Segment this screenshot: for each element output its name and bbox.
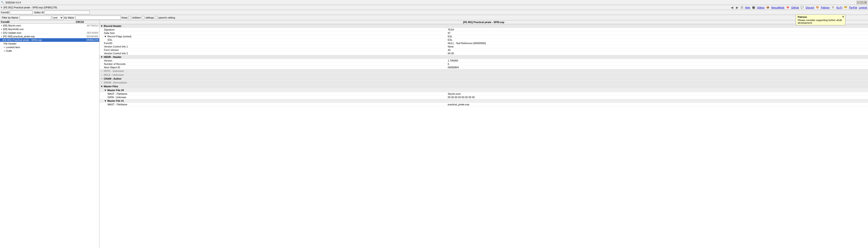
tree-item-practical-pirate-esp[interactable]: + [FE 000] practical_pirate.esp 36D0B4B8	[0, 35, 99, 38]
field-name-form-version: Form Version	[99, 49, 447, 52]
patreon-tooltip-close[interactable]: ✕	[842, 15, 844, 18]
filter-children-group: children	[128, 16, 141, 19]
expand-icon-leveled-item[interactable]: +	[4, 46, 5, 49]
crc-skyrim-esm: AF759910	[87, 24, 98, 27]
collapse-master-files[interactable]: ▼	[100, 85, 103, 88]
tree-item-spid-esp[interactable]: - [FE 001] Practical pirate - SPID.esp D…	[0, 38, 99, 42]
field-formid: FormID NULL - Null Reference [00000000]	[99, 41, 868, 45]
discord-link[interactable]: Discord	[806, 6, 814, 9]
expand-icon-update-esm[interactable]: +	[1, 32, 2, 34]
github-link[interactable]: GitHub	[791, 6, 799, 9]
tree-item-outfit[interactable]: + Outfit	[0, 49, 99, 53]
tree-item-file-header[interactable]: File Header	[0, 42, 99, 45]
maximize-button[interactable]: □	[860, 1, 864, 4]
field-value-esl: ESL	[447, 38, 868, 41]
filter-parents-sibling-group: parent's sibling	[155, 16, 175, 19]
field-value-version: 1.700000	[447, 59, 868, 62]
section-dele: – DELE - Unknown	[99, 73, 868, 77]
form-bar: FormID Editor ID	[0, 10, 868, 15]
tree-item-leveled-item[interactable]: + Leveled Item	[0, 45, 99, 49]
filter-name-input[interactable]	[20, 16, 51, 20]
expand-icon-spid-esp[interactable]: -	[1, 39, 2, 41]
field-name-version: Version	[99, 59, 447, 62]
collapse-record-flags[interactable]: ▼	[104, 35, 107, 38]
formid-label: FormID	[1, 11, 9, 14]
filter-value-input[interactable]	[75, 16, 121, 20]
kofi-link[interactable]: Ko-Fi	[836, 6, 842, 9]
collapse-ofst[interactable]: –	[100, 70, 103, 72]
filter-children-checkbox[interactable]	[128, 16, 131, 19]
by-value-label: by Value:	[64, 16, 74, 19]
minimize-button[interactable]: ─	[857, 1, 860, 4]
nav-next-button[interactable]: ▶	[736, 6, 739, 9]
collapse-hedr[interactable]: ▼	[100, 56, 103, 58]
nav-prev-button[interactable]: ◀	[730, 6, 734, 9]
section-cnam: – CNAM - Author	[99, 77, 868, 81]
filter-bar: Filter by Name: and or by Value: Keep ch…	[0, 15, 868, 20]
collapse-master-file-1[interactable]: ▼	[104, 99, 107, 102]
record-table: ▼ Record Header Signature TES4 Data Size…	[99, 24, 868, 106]
title-bar-controls: ─ □ ✕	[857, 1, 867, 4]
filter-operator-select[interactable]: and or	[52, 16, 64, 20]
section-label-hedr: HEDR - Header	[104, 56, 121, 58]
tree-label-outfit: Outfit	[6, 50, 12, 52]
section-ofst: – OFST - Unknown	[99, 69, 868, 73]
title-bar-left: 🔧 SSEEdit 4.0.4	[1, 1, 21, 4]
tree-label-skyrimse-exe: [00] SkyrimSE.exe	[3, 28, 24, 31]
field-value-number-of-records: 6	[447, 62, 868, 66]
tree-label-file-header: File Header	[4, 42, 17, 45]
title-bar-title: SSEEdit 4.0.4	[5, 1, 21, 4]
expand-icon-outfit[interactable]: +	[4, 50, 5, 52]
help-link[interactable]: Help	[745, 6, 750, 9]
filter-by-name-label: Filter by Name:	[2, 16, 19, 19]
formid-column-header: FormID	[1, 21, 76, 23]
expand-icon-skyrim-esm[interactable]: +	[1, 24, 2, 27]
editorid-input[interactable]	[44, 11, 90, 14]
collapse-dele[interactable]: –	[100, 73, 103, 76]
section-label-dele: DELE - Unknown	[104, 73, 124, 76]
tree-item-spid-esp-content: - [FE 001] Practical pirate - SPID.esp D…	[1, 39, 98, 41]
expand-icon-skyrimse-exe[interactable]: +	[1, 28, 2, 31]
videos-link[interactable]: Videos	[757, 6, 765, 9]
filter-siblings-checkbox[interactable]	[142, 16, 145, 19]
nav-buttons-left: ≡ [FE 001] Practical pirate - SPID.esp (…	[1, 6, 57, 9]
collapse-record-header[interactable]: ▼	[100, 25, 103, 27]
formid-input[interactable]	[10, 11, 33, 14]
filter-siblings-group: siblings	[142, 16, 154, 19]
field-value-record-flags: ESL	[447, 35, 868, 38]
filter-parents-sibling-checkbox[interactable]	[155, 16, 158, 19]
field-mast-filename-0: MAST - FileName Skyrim.esm	[99, 92, 868, 96]
field-name-next-object-id: Next Object ID	[99, 66, 447, 69]
tree-item-update-esm[interactable]: + [01] Update.esm 0EF40060	[0, 31, 99, 35]
expand-icon-practical-pirate-esp[interactable]: +	[1, 35, 2, 38]
paypal-link[interactable]: PayPal	[849, 6, 857, 9]
field-name-mast-filename-0: MAST - FileName	[99, 92, 447, 96]
field-value-data-unknown-0: 00 00 00 00 00 00 00 00	[447, 96, 868, 99]
tree-item-file-header-content: File Header	[4, 42, 98, 45]
field-name-mast-filename-1: MAST - FileName	[99, 103, 447, 106]
field-data-unknown-0: DATA - Unknown 00 00 00 00 00 00 00 00	[99, 96, 868, 99]
nexusmods-link[interactable]: NexusMods	[771, 6, 784, 9]
field-number-of-records: Number of Records 6	[99, 62, 868, 66]
legend-link[interactable]: Legend	[859, 6, 867, 9]
collapse-cnam[interactable]: –	[100, 77, 103, 80]
section-snam: – SNAM - Description	[99, 81, 868, 85]
patreon-tooltip-header: Patreon	[798, 16, 843, 18]
record-title: [FE 001] Practical pirate - SPID.esp	[99, 20, 868, 24]
editorid-field: Editor ID	[34, 11, 90, 14]
section-label-snam: SNAM - Description	[104, 81, 127, 84]
tree-item-skyrim-esm[interactable]: + [00] Skyrim.esm AF759910	[0, 24, 99, 27]
collapse-snam[interactable]: –	[100, 81, 103, 84]
tree-item-skyrim-esm-content: + [00] Skyrim.esm AF759910	[1, 24, 98, 27]
tree-item-skyrimse-exe-content: + [00] SkyrimSE.exe	[1, 28, 98, 31]
tree-label-update-esm: [01] Update.esm	[3, 31, 22, 34]
tree-label-practical-pirate-esp: [FE 000] practical_pirate.esp	[3, 35, 35, 38]
tree-item-skyrimse-exe[interactable]: + [00] SkyrimSE.exe	[0, 27, 99, 31]
filter-children-label: children	[132, 16, 141, 19]
close-button[interactable]: ✕	[864, 1, 867, 4]
filter-siblings-label: siblings	[146, 16, 154, 19]
hamburger-menu[interactable]: ≡	[1, 6, 2, 8]
field-version-control-info-2: Version Control Info 2 00 00	[99, 52, 868, 55]
collapse-master-file-0[interactable]: ▼	[104, 89, 107, 92]
patreon-link[interactable]: Patreon	[821, 6, 830, 9]
